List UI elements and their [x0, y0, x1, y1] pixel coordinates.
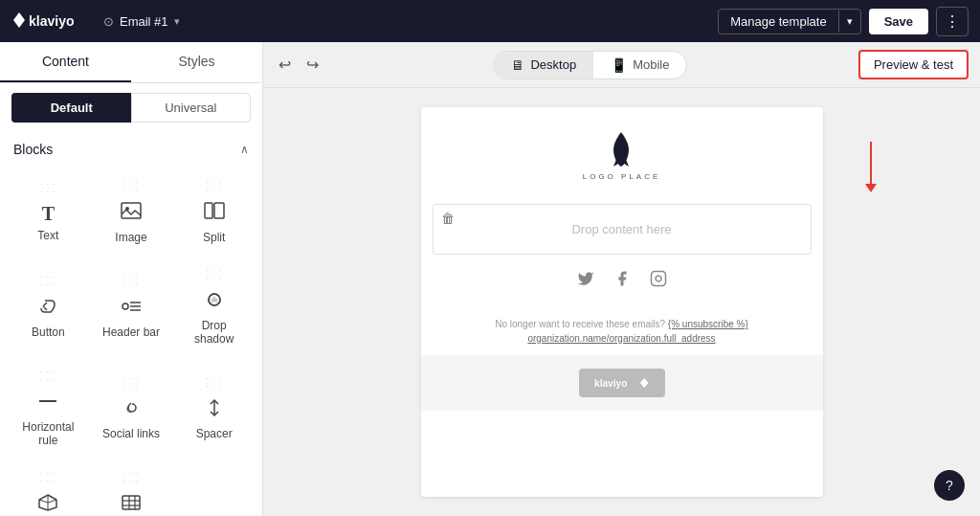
toggle-row: Default Universal	[0, 83, 262, 132]
view-toggle: 🖥 Desktop 📱 Mobile	[493, 51, 687, 79]
trash-icon[interactable]: 🗑	[441, 211, 455, 226]
toolbar-left: ↩ ↪	[275, 52, 323, 78]
block-social-links[interactable]: · · ·· · · Social links	[91, 356, 172, 456]
block-split[interactable]: · · ·· · · Split	[173, 167, 255, 253]
block-social-links-label: Social links	[102, 427, 160, 440]
email-icon: ⊙	[103, 14, 114, 29]
redo-button[interactable]: ↪	[302, 52, 323, 78]
klaviyo-logo: klaviyo	[11, 11, 88, 32]
email-dropdown-icon: ▾	[174, 15, 180, 28]
block-horizontal-rule[interactable]: · · ·· · · Horizontal rule	[8, 356, 89, 456]
svg-rect-3	[205, 203, 212, 218]
block-button[interactable]: · · ·· · · Button	[8, 255, 89, 354]
left-panel: Content Styles Default Universal Blocks …	[0, 42, 263, 516]
mobile-icon: 📱	[611, 57, 627, 73]
desktop-label: Desktop	[530, 57, 576, 72]
svg-rect-18	[651, 272, 665, 286]
social-links-block-icon	[121, 398, 142, 421]
svg-rect-13	[122, 496, 140, 509]
arrow-annotation	[865, 142, 877, 192]
email-drop-zone[interactable]: 🗑 Drop content here	[433, 204, 812, 255]
logo-placeholder: LOGO PLACE	[583, 130, 661, 181]
block-drop-shadow[interactable]: · · ·· · · Drop shadow	[173, 255, 255, 354]
email-label: Email #1	[120, 14, 168, 29]
tab-content[interactable]: Content	[0, 42, 131, 82]
block-drop-shadow-label: Drop shadow	[180, 319, 248, 346]
klaviyo-badge-logo: klaviyo	[594, 374, 650, 392]
block-drag-dots: · · ·· · ·	[207, 375, 222, 391]
drop-zone-label: Drop content here	[571, 222, 671, 236]
mobile-view-button[interactable]: 📱 Mobile	[593, 52, 686, 79]
block-drag-dots: · · ·· · ·	[123, 375, 139, 391]
product-block-icon	[37, 493, 58, 516]
block-drag-dots: · · ·· · ·	[207, 179, 222, 194]
block-drag-dots: · · ·· · ·	[40, 181, 56, 196]
svg-text:klaviyo: klaviyo	[594, 378, 627, 389]
preview-test-button[interactable]: Preview & test	[858, 50, 969, 79]
tab-styles[interactable]: Styles	[131, 42, 262, 82]
arrow-head-icon	[865, 184, 877, 192]
block-table[interactable]: · · ·· · · Table	[91, 458, 172, 516]
canvas-area: ↩ ↪ 🖥 Desktop 📱 Mobile Preview & test	[263, 42, 980, 516]
panel-tabs: Content Styles	[0, 42, 262, 83]
button-block-icon	[37, 297, 58, 320]
block-text[interactable]: · · ·· · · T Text	[8, 167, 89, 253]
instagram-icon[interactable]	[650, 270, 667, 292]
top-navigation: klaviyo ⊙ Email #1 ▾ Manage template ▾ S…	[0, 0, 980, 42]
manage-template-chevron-icon[interactable]: ▾	[838, 11, 860, 33]
email-footer: No longer want to receive these emails? …	[421, 307, 823, 355]
desktop-view-button[interactable]: 🖥 Desktop	[494, 52, 593, 79]
logo-text: LOGO PLACE	[583, 172, 661, 181]
block-drag-dots: · · ·· · ·	[123, 470, 139, 485]
klaviyo-badge: klaviyo	[579, 369, 665, 397]
blocks-label: Blocks	[13, 142, 53, 157]
email-klaviyo-badge-section: klaviyo	[421, 355, 823, 411]
block-header-bar[interactable]: · · ·· · · Header bar	[91, 255, 172, 354]
manage-template-label[interactable]: Manage template	[719, 10, 837, 34]
email-preview: LOGO PLACE 🗑 Drop content here	[421, 107, 823, 497]
image-block-icon	[121, 202, 142, 225]
footer-unsubscribe-text: No longer want to receive these emails?	[495, 319, 668, 329]
canvas-toolbar: ↩ ↪ 🖥 Desktop 📱 Mobile Preview & test	[263, 42, 980, 88]
footer-address-link[interactable]: organization.name/organization.full_addr…	[527, 333, 715, 344]
logo-icon	[600, 130, 642, 168]
more-options-button[interactable]: ⋮	[936, 7, 969, 36]
nav-left: klaviyo ⊙ Email #1 ▾	[11, 11, 180, 32]
blocks-grid: · · ·· · · T Text · · ·· · · Image · · ·…	[0, 163, 262, 516]
text-block-icon: T	[42, 204, 55, 223]
header-bar-block-icon	[121, 297, 142, 320]
manage-template-button[interactable]: Manage template ▾	[718, 9, 860, 34]
block-product[interactable]: · · ·· · · Product	[8, 458, 89, 516]
blocks-header: Blocks ∧	[0, 132, 262, 163]
block-drag-dots: · · ·· · ·	[40, 274, 56, 289]
blocks-collapse-icon[interactable]: ∧	[240, 143, 249, 156]
help-button[interactable]: ?	[934, 470, 965, 501]
svg-rect-4	[214, 203, 224, 218]
block-image[interactable]: · · ·· · · Image	[91, 167, 172, 253]
horizontal-rule-block-icon	[37, 392, 58, 415]
block-drag-dots: · · ·· · ·	[123, 274, 139, 289]
mobile-label: Mobile	[633, 57, 669, 72]
block-drag-dots: · · ·· · ·	[40, 369, 56, 384]
twitter-icon[interactable]	[577, 270, 594, 292]
toggle-universal[interactable]: Universal	[131, 93, 252, 123]
block-horizontal-rule-label: Horizontal rule	[14, 420, 82, 447]
save-button[interactable]: Save	[869, 9, 928, 34]
block-spacer[interactable]: · · ·· · · Spacer	[173, 356, 255, 456]
footer-unsubscribe-link[interactable]: {% unsubscribe %}	[668, 319, 748, 329]
email-social	[421, 255, 823, 307]
toggle-default[interactable]: Default	[11, 93, 131, 123]
email-logo-section: LOGO PLACE	[421, 107, 823, 204]
drop-shadow-block-icon	[204, 290, 225, 313]
email-indicator[interactable]: ⊙ Email #1 ▾	[103, 14, 180, 29]
arrow-line	[870, 142, 872, 184]
undo-button[interactable]: ↩	[275, 52, 295, 78]
block-button-label: Button	[32, 325, 65, 339]
block-text-label: Text	[37, 229, 58, 242]
svg-text:klaviyo: klaviyo	[29, 13, 74, 29]
block-header-bar-label: Header bar	[102, 325, 160, 339]
block-split-label: Split	[203, 231, 225, 244]
facebook-icon[interactable]	[613, 270, 631, 292]
block-image-label: Image	[115, 231, 146, 244]
block-drag-dots: · · ·· · ·	[207, 267, 222, 282]
